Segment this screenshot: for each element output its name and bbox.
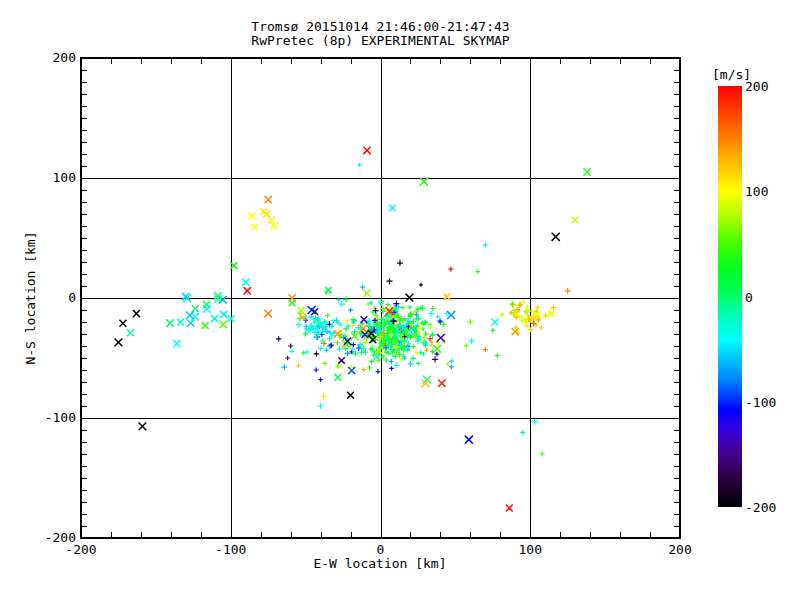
scatter-point [337,347,342,352]
y-tick-label: 200 [28,51,76,65]
scatter-point [282,364,288,370]
scatter-point [296,363,302,369]
scatter-point [520,430,525,435]
scatter-point [509,301,515,307]
scatter-point [339,323,343,327]
scatter-point [347,392,354,399]
scatter-point [318,346,323,351]
scatter-point [437,334,445,342]
scatter-point [445,362,450,367]
scatter-point [338,357,344,363]
scatter-point [410,356,416,362]
scatter-point [389,205,396,212]
scatter-point [203,301,210,308]
scatter-point [448,267,453,272]
scatter-point [510,302,515,307]
scatter-point [265,196,272,203]
scatter-point [428,311,434,317]
scatter-point [447,311,455,319]
scatter-point [393,362,399,368]
scatter-point [251,224,258,231]
y-tick-label: -100 [28,411,76,425]
scatter-point [465,436,473,444]
scatter-point [289,349,294,354]
scatter-point [285,356,290,361]
scatter-point [384,357,389,362]
scatter-point [304,349,310,355]
scatter-point [435,352,440,357]
scatter-point [500,313,504,317]
scatter-points [115,147,591,512]
scatter-point [276,336,281,341]
scatter-point [435,314,439,318]
x-tick-label: -200 [51,543,111,557]
scatter-point [381,354,385,358]
scatter-point [420,178,428,186]
x-tick-label: -100 [201,543,261,557]
scatter-point [314,351,319,356]
scatter-point [139,423,147,431]
scatter-point [464,343,469,348]
scatter-point [334,374,341,381]
scatter-point [363,147,370,154]
scatter-point [166,319,174,327]
scatter-point [345,319,350,324]
scatter-point [244,287,251,294]
scatter-point [416,361,421,366]
scatter-point [432,356,438,362]
scatter-point [289,299,296,306]
colorbar-tick-label: 100 [745,185,768,199]
scatter-point [468,338,474,344]
scatter-point [521,299,527,305]
scatter-point [335,340,340,345]
scatter-point [325,313,330,318]
scatter-point [572,217,579,224]
scatter-point [414,350,419,355]
scatter-point [351,342,356,347]
scatter-point [372,321,376,325]
scatter-point [491,328,496,333]
scatter-point [421,327,425,331]
scatter-point [361,316,368,323]
scatter-point [318,377,322,381]
scatter-point [115,338,123,346]
scatter-point [528,327,533,332]
scatter-point [327,330,331,334]
scatter-point [430,333,434,337]
scatter-point [331,318,336,323]
scatter-point [428,323,432,327]
scatter-point [532,419,538,425]
scatter-point [540,452,545,457]
scatter-point [297,307,304,314]
scatter-point [438,380,445,387]
scatter-point [242,279,249,286]
scatter-point [491,319,498,326]
scatter-point [264,310,272,318]
scatter-point [449,359,454,364]
scatter-point [314,368,319,373]
colorbar-tick-label: 200 [745,80,768,94]
scatter-point [389,359,394,364]
scatter-point [303,331,309,337]
scatter-point [119,320,126,327]
scatter-point [411,344,415,348]
scatter-point [191,313,198,320]
scatter-point [362,367,367,372]
scatter-point [539,326,544,331]
scatter-point [127,329,134,336]
scatter-point [220,311,227,318]
y-tick-label: 0 [28,291,76,305]
x-tick-label: 0 [351,543,411,557]
y-tick-label: 100 [28,171,76,185]
scatter-point [408,361,414,367]
scatter-point [483,243,488,248]
scatter-point [219,321,227,329]
scatter-point [401,305,405,309]
colorbar [718,86,742,507]
scatter-point [360,285,365,290]
scatter-point [428,325,434,331]
scatter-point [328,342,334,348]
scatter-point [476,269,481,274]
skymap-plot [0,0,800,600]
scatter-point [263,211,270,218]
